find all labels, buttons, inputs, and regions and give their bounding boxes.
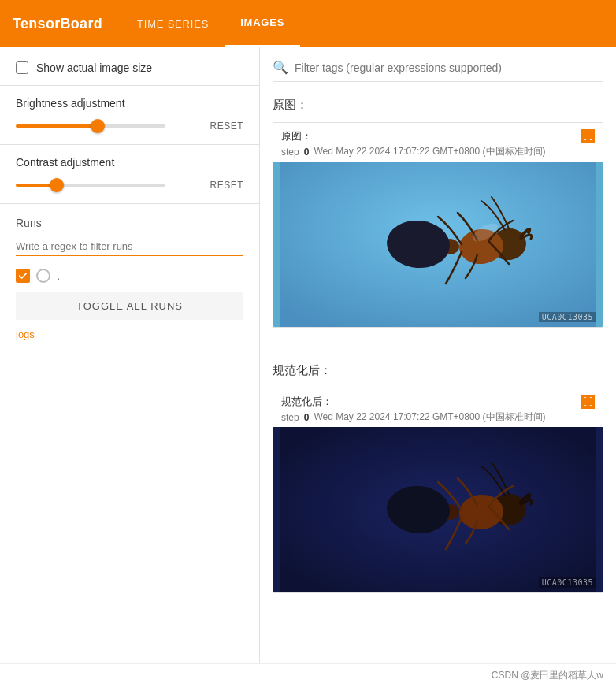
run-row: . xyxy=(16,269,243,283)
footer-note: CSDN @麦田里的稻草人w xyxy=(0,663,616,687)
image-card-yuantu: 原图： step 0 Wed May 22 2024 17:07:22 GMT+… xyxy=(273,122,603,328)
brightness-reset-button[interactable]: RESET xyxy=(210,121,243,132)
run-radio[interactable] xyxy=(36,269,50,283)
ant-image-guifanhua: UCA0C13035 xyxy=(273,427,603,592)
step-value-guifanhua: 0 xyxy=(304,412,310,423)
card-title-guifanhua: 规范化后： xyxy=(281,395,546,409)
toggle-all-button[interactable]: TOGGLE ALL RUNS xyxy=(16,292,243,320)
nav-images[interactable]: IMAGES xyxy=(225,0,300,47)
show-actual-size-checkbox[interactable] xyxy=(16,61,28,74)
search-icon: 🔍 xyxy=(273,60,288,75)
ant-image-yuantu: UCA0C13035 xyxy=(273,162,603,327)
image-card-guifanhua: 规范化后： step 0 Wed May 22 2024 17:07:22 GM… xyxy=(273,388,603,593)
contrast-reset-button[interactable]: RESET xyxy=(210,180,243,191)
section-yuantu: 原图： 原图： step 0 Wed May 22 2024 17:07:22 … xyxy=(273,98,603,344)
contrast-section: Contrast adjustment RESET xyxy=(0,145,259,204)
show-actual-size-label: Show actual image size xyxy=(36,61,152,74)
section-title-yuantu: 原图： xyxy=(273,98,603,113)
search-input[interactable] xyxy=(295,61,603,74)
brightness-slider[interactable] xyxy=(16,124,165,128)
ant-svg-2 xyxy=(273,427,603,592)
contrast-slider[interactable] xyxy=(16,184,165,187)
run-name-link[interactable]: logs xyxy=(16,329,35,340)
brightness-section: Brightness adjustment RESET xyxy=(0,86,259,145)
step-label-yuantu: step xyxy=(281,147,299,158)
checkmark-icon xyxy=(18,271,28,280)
show-actual-size-row: Show actual image size xyxy=(0,50,259,86)
expand-icon-guifanhua[interactable]: ⛶ xyxy=(581,395,595,409)
runs-filter-input[interactable] xyxy=(16,237,243,256)
runs-section: Runs . TOGGLE ALL RUNS logs xyxy=(0,204,259,353)
run-dot: . xyxy=(57,269,60,282)
run-checkbox[interactable] xyxy=(16,269,30,283)
ant-svg-1 xyxy=(273,162,603,327)
expand-icon-yuantu[interactable]: ⛶ xyxy=(581,129,595,143)
section-title-guifanhua: 规范化后： xyxy=(273,363,603,378)
watermark-1: UCA0C13035 xyxy=(539,312,596,322)
step-value-yuantu: 0 xyxy=(304,147,310,158)
timestamp-guifanhua: Wed May 22 2024 17:07:22 GMT+0800 (中国标准时… xyxy=(314,410,545,424)
step-label-guifanhua: step xyxy=(281,412,299,423)
main-content: 🔍 原图： 原图： step 0 Wed May 22 2024 17:07:2… xyxy=(260,47,616,687)
timestamp-yuantu: Wed May 22 2024 17:07:22 GMT+0800 (中国标准时… xyxy=(314,145,545,158)
watermark-2: UCA0C13035 xyxy=(539,577,596,588)
nav-time-series[interactable]: TIME SERIES xyxy=(121,0,225,47)
card-title-yuantu: 原图： xyxy=(281,129,546,143)
contrast-label: Contrast adjustment xyxy=(16,156,243,169)
brightness-label: Brightness adjustment xyxy=(16,97,243,110)
app-header: TensorBoard TIME SERIES IMAGES xyxy=(0,0,616,47)
section-guifanhua: 规范化后： 规范化后： step 0 Wed May 22 2024 17:07… xyxy=(273,363,603,609)
sidebar: Show actual image size Brightness adjust… xyxy=(0,47,260,687)
header-nav: TIME SERIES IMAGES xyxy=(121,0,300,47)
runs-title: Runs xyxy=(16,217,243,229)
search-bar: 🔍 xyxy=(273,60,603,82)
layout: Show actual image size Brightness adjust… xyxy=(0,47,616,687)
app-logo: TensorBoard xyxy=(13,16,102,32)
